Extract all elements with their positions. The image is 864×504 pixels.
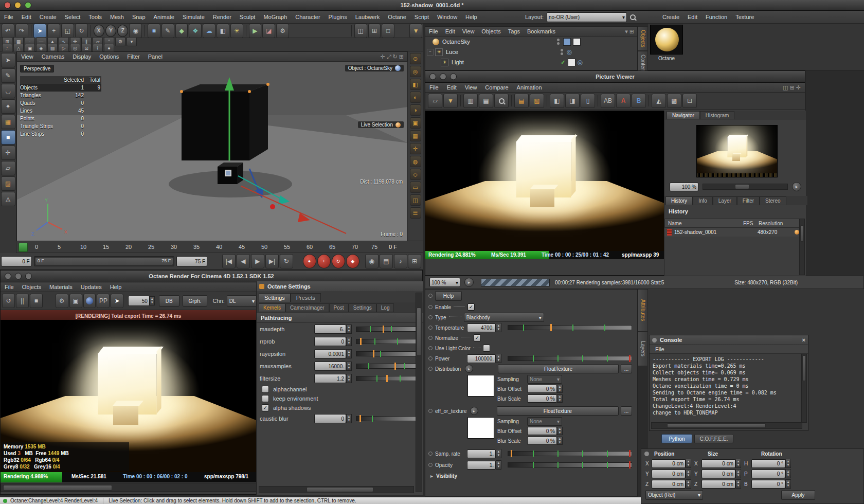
menu-render[interactable]: Render <box>209 12 236 22</box>
rrprob-slider[interactable] <box>356 339 417 344</box>
normalize-checkbox[interactable]: ✓ <box>474 334 481 341</box>
scale-tool[interactable]: ◱ <box>61 24 74 38</box>
enable-checkbox[interactable]: ✓ <box>467 303 475 311</box>
viewport-menu-display[interactable]: Display <box>68 53 95 60</box>
power-slider[interactable] <box>508 356 632 361</box>
goto-start-button[interactable]: |◀ <box>222 254 236 268</box>
opacity-stepper[interactable]: ▲▼ <box>496 460 501 470</box>
save-icon[interactable]: ▼ <box>409 24 422 38</box>
default-camera-icon[interactable]: ◧ <box>410 79 421 90</box>
blur-scale2-field[interactable]: 0 % <box>527 437 557 445</box>
camera-label[interactable]: Perspective <box>20 65 54 73</box>
menu-tools[interactable]: Tools <box>84 12 106 22</box>
undo-icon[interactable]: ↶ <box>2 24 14 38</box>
col-name[interactable]: Name <box>665 221 743 226</box>
swap-ab-icon[interactable]: ◭ <box>652 94 666 108</box>
axis-toggle-icon[interactable]: ✛ <box>410 143 421 154</box>
axis-tool-icon[interactable]: ✛ <box>1 146 15 160</box>
viewport-menu-options[interactable]: Options <box>95 53 123 60</box>
blur-offset2-stepper[interactable]: ▲▼ <box>557 427 563 435</box>
sky-tag-icon[interactable] <box>563 38 571 46</box>
pointer-tool-icon[interactable]: ➤ <box>1 53 15 67</box>
timeline-ruler[interactable]: 0 5 10 15 20 25 30 35 40 45 50 55 60 65 … <box>16 241 423 253</box>
menu-laubwerk[interactable]: Laubwerk <box>351 12 384 22</box>
save-image-icon[interactable]: ▼ <box>443 94 458 108</box>
anim-dot-icon[interactable] <box>428 367 433 371</box>
position-z-field[interactable]: 0 cm <box>652 480 686 489</box>
pick-material-button[interactable]: PP <box>97 294 110 308</box>
open-file-icon[interactable]: ▱ <box>428 94 442 108</box>
focus-pick-button[interactable]: ➤ <box>111 294 123 308</box>
layout-select[interactable]: no-OR (User)▾ <box>547 12 627 22</box>
workplane-tool-icon[interactable]: ▱ <box>1 161 15 175</box>
move-tool[interactable]: + <box>47 24 60 38</box>
magnet-tool-icon[interactable]: ◡ <box>1 84 15 98</box>
safe-frame-icon[interactable]: ▭ <box>410 182 421 193</box>
spline-pen-button[interactable]: ✎ <box>161 24 174 38</box>
menu-help[interactable]: Help <box>461 12 481 22</box>
menu-octane[interactable]: Octane <box>384 12 410 22</box>
viewport-menu-panel[interactable]: Panel <box>144 53 167 60</box>
lock-y-axis-button[interactable]: Y <box>105 25 116 37</box>
size-y-field[interactable]: 0 cm <box>701 470 735 478</box>
tab-histogram[interactable]: Histogram <box>700 111 735 119</box>
anim-dot-icon[interactable] <box>428 305 433 309</box>
subtab-settings[interactable]: Settings <box>349 303 376 312</box>
solo-button[interactable]: ▤ <box>380 254 393 268</box>
om-menu-bookmarks[interactable]: Bookmarks <box>524 28 559 35</box>
wireframe-icon[interactable]: ◇ <box>410 169 421 180</box>
right-menu-create[interactable]: Create <box>658 12 683 22</box>
lock-z-axis-button[interactable]: Z <box>117 25 128 37</box>
render-to-pv-button[interactable]: ◪ <box>262 24 275 38</box>
filtersize-slider[interactable] <box>356 376 417 381</box>
record-keyframe-button[interactable]: ● <box>303 254 316 268</box>
size-y-stepper[interactable]: ▲▼ <box>735 469 741 478</box>
distribution-texture-button[interactable]: FloatTexture <box>498 364 619 373</box>
eff-texture-button[interactable]: FloatTexture <box>497 406 619 416</box>
console-hscrollbar[interactable] <box>651 422 802 429</box>
om-menu-objects[interactable]: Objects <box>478 28 504 35</box>
viewport-menu-view[interactable]: View <box>17 53 38 60</box>
expand-icon[interactable]: − <box>427 49 434 56</box>
size-z-stepper[interactable]: ▲▼ <box>735 479 741 489</box>
tab-stereo[interactable]: Stereo <box>760 196 786 205</box>
coordinate-system-button[interactable]: ◉ <box>129 24 142 38</box>
maxsamples-stepper[interactable]: ▲▼ <box>346 362 352 371</box>
render-settings-button[interactable]: ⚙ <box>276 24 289 38</box>
rotation-p-field[interactable]: 0 ° <box>751 470 785 478</box>
menu-sculpt[interactable]: Sculpt <box>236 12 260 22</box>
menu-snap[interactable]: Snap <box>128 12 150 22</box>
anim-dot-icon[interactable] <box>428 452 433 456</box>
light-tag-icon[interactable] <box>568 59 575 66</box>
viewport-canvas[interactable]: Y X Z Perspective Selected Total Objects… <box>17 62 407 242</box>
history-row[interactable]: 152-shadow_0001 480x270 <box>664 228 802 237</box>
anim-dot-icon[interactable] <box>428 409 433 413</box>
menu-mesh[interactable]: Mesh <box>106 12 128 22</box>
console-menu-file[interactable]: File <box>652 346 668 352</box>
filmstrip-icon[interactable]: ▯ <box>581 94 595 108</box>
record-scale-button[interactable]: ↻ <box>332 254 345 268</box>
om-menu-file[interactable]: File <box>425 28 442 35</box>
close-icon[interactable] <box>4 2 11 9</box>
right-menu-edit[interactable]: Edit <box>683 12 701 22</box>
convert-image-icon[interactable]: ▥ <box>463 94 478 108</box>
camera-left-icon[interactable]: ◐ <box>410 92 421 103</box>
menu-animate[interactable]: Animate <box>150 12 178 22</box>
lock-x-axis-button[interactable]: X <box>94 25 104 37</box>
hud-icon[interactable]: ☰ <box>410 207 421 219</box>
visibility-dots[interactable] <box>561 49 563 55</box>
anim-dot-icon[interactable] <box>428 326 433 330</box>
subtab-post[interactable]: Post <box>329 303 349 312</box>
maxsamples-slider[interactable] <box>356 364 417 369</box>
generator-button[interactable]: ◆ <box>175 24 188 38</box>
position-x-stepper[interactable]: ▲▼ <box>686 459 691 468</box>
right-menu-function[interactable]: Function <box>701 12 731 22</box>
rayepsilon-stepper[interactable]: ▲▼ <box>346 349 352 358</box>
zoom-window-icon[interactable] <box>25 273 32 280</box>
rrprob-field[interactable]: 0 <box>314 337 346 346</box>
temperature-slider[interactable] <box>508 325 632 330</box>
rotation-p-stepper[interactable]: ▲▼ <box>785 469 791 478</box>
material-thumbnail[interactable] <box>650 25 683 55</box>
snap-tool-icon[interactable]: ◬ <box>1 192 15 206</box>
window-controls[interactable] <box>4 2 31 9</box>
